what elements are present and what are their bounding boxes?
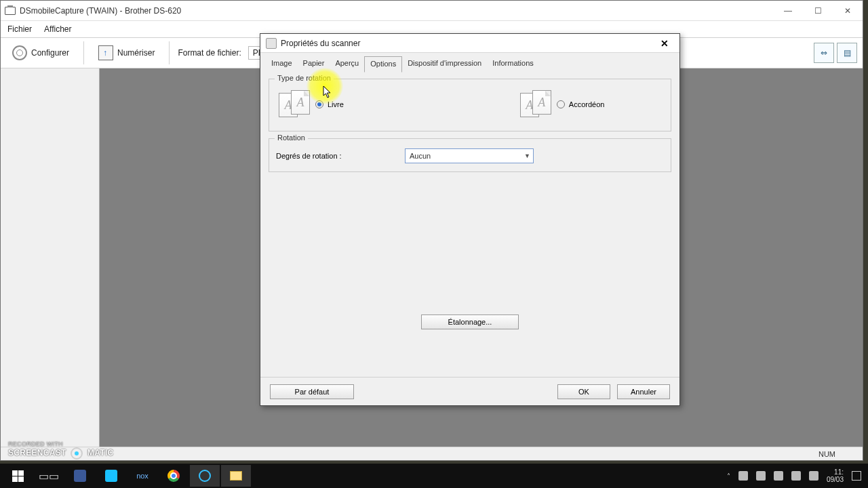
- menu-fichier[interactable]: Fichier: [7, 24, 32, 34]
- screencast-watermark: RECORDED WITH SCREENCAST MATIC: [8, 441, 114, 460]
- dialog-button-row: Par défaut OK Annuler: [260, 377, 679, 405]
- taskbar-app-active[interactable]: [190, 465, 220, 487]
- ok-button[interactable]: OK: [557, 384, 610, 399]
- scanner-icon: [266, 38, 277, 49]
- group-type-rotation: Type de rotation AA Livre AA Accordéon: [269, 79, 671, 131]
- windows-logo-icon: [12, 470, 24, 482]
- tray-icon[interactable]: [738, 471, 748, 481]
- tray-volume-icon[interactable]: [791, 471, 801, 481]
- annuler-button[interactable]: Annuler: [617, 384, 670, 399]
- tray-icon[interactable]: [774, 471, 783, 481]
- tab-panel-options: Type de rotation AA Livre AA Accordéon: [260, 72, 679, 336]
- start-button[interactable]: [3, 465, 33, 487]
- app-titlebar: DSmobileCapture (TWAIN) - Brother DS-620…: [1, 1, 863, 21]
- tray-time: 11:: [827, 468, 844, 476]
- label-accordeon: Accordéon: [569, 100, 605, 108]
- system-tray[interactable]: ˄ 11: 09/03: [727, 468, 865, 483]
- status-bar: NUM: [1, 447, 863, 460]
- dialog-title: Propriétés du scanner: [281, 39, 360, 48]
- watermark-right: MATIC: [87, 448, 114, 458]
- chevron-down-icon: ▼: [524, 152, 530, 159]
- taskbar-app-3[interactable]: nox: [127, 465, 157, 487]
- numeriser-button[interactable]: Numériser: [92, 42, 161, 64]
- thumbnail-sidebar[interactable]: [1, 68, 100, 447]
- tab-image[interactable]: Image: [266, 56, 298, 73]
- group-type-rotation-legend: Type de rotation: [275, 74, 334, 82]
- etalonnage-button[interactable]: Étalonnage...: [421, 314, 519, 329]
- option-livre[interactable]: AA Livre: [279, 90, 344, 119]
- tab-options[interactable]: Options: [364, 56, 402, 73]
- scanner-properties-dialog: Propriétés du scanner ✕ Image Papier Ape…: [260, 33, 680, 406]
- tab-dispositif[interactable]: Dispositif d'impression: [402, 56, 487, 73]
- taskbar: ▭▭ nox ˄ 11: 09/03: [0, 464, 868, 488]
- degres-label: Degrés de rotation :: [276, 152, 391, 160]
- tray-notifications-icon[interactable]: [852, 471, 861, 481]
- app-title: DSmobileCapture (TWAIN) - Brother DS-620: [20, 6, 181, 16]
- window-minimize-button[interactable]: —: [773, 1, 803, 20]
- accordeon-icon: AA: [520, 90, 553, 119]
- tray-network-icon[interactable]: [809, 471, 818, 481]
- degres-combobox[interactable]: Aucun ▼: [405, 148, 534, 163]
- degres-value: Aucun: [410, 152, 431, 160]
- toolbar-separator: [169, 41, 170, 64]
- menu-afficher[interactable]: Afficher: [44, 24, 71, 34]
- page-view-button[interactable]: ▤: [837, 43, 857, 63]
- radio-livre[interactable]: [315, 100, 323, 108]
- toolbar-separator: [83, 41, 84, 64]
- livre-icon: AA: [279, 90, 311, 119]
- watermark-top: RECORDED WITH: [8, 441, 114, 447]
- taskbar-app-1[interactable]: [65, 465, 95, 487]
- tab-apercu[interactable]: Aperçu: [330, 56, 364, 73]
- tray-icon[interactable]: [756, 471, 766, 481]
- par-defaut-button[interactable]: Par défaut: [270, 384, 354, 399]
- taskbar-app-2[interactable]: [96, 465, 126, 487]
- tab-informations[interactable]: Informations: [487, 56, 539, 73]
- fit-width-button[interactable]: ⇔: [814, 43, 834, 63]
- dialog-titlebar[interactable]: Propriétés du scanner ✕: [260, 34, 679, 53]
- tray-clock[interactable]: 11: 09/03: [827, 468, 844, 483]
- task-view-button[interactable]: ▭▭: [34, 465, 64, 487]
- dialog-close-button[interactable]: ✕: [655, 36, 674, 51]
- label-livre: Livre: [328, 100, 344, 108]
- window-close-button[interactable]: ✕: [833, 1, 863, 20]
- tray-chevron-up-icon[interactable]: ˄: [727, 472, 730, 480]
- watermark-left: SCREENCAST: [8, 448, 66, 458]
- configurer-button[interactable]: Configurer: [6, 42, 75, 64]
- group-rotation: Rotation Degrés de rotation : Aucun ▼: [269, 138, 671, 172]
- tray-date: 09/03: [827, 476, 844, 483]
- watermark-o-icon: [71, 447, 83, 460]
- app-icon: [1, 7, 20, 15]
- gear-icon: [12, 45, 27, 60]
- taskbar-explorer[interactable]: [221, 465, 251, 487]
- radio-accordeon[interactable]: [557, 100, 565, 108]
- option-accordeon[interactable]: AA Accordéon: [520, 90, 605, 119]
- tab-papier[interactable]: Papier: [298, 56, 330, 73]
- dialog-tabs: Image Papier Aperçu Options Dispositif d…: [260, 53, 679, 72]
- taskbar-chrome[interactable]: [159, 465, 189, 487]
- window-maximize-button[interactable]: ☐: [803, 1, 833, 20]
- scan-icon: [98, 45, 113, 60]
- group-rotation-legend: Rotation: [275, 134, 308, 142]
- status-num: NUM: [818, 450, 835, 458]
- format-label: Format de fichier:: [178, 48, 241, 58]
